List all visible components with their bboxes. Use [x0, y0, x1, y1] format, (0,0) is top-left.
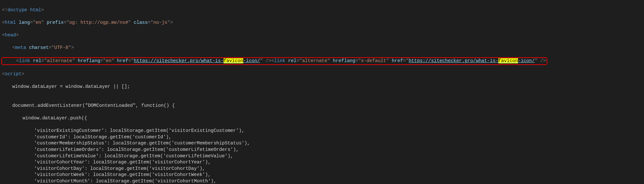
attr-name: prefix	[47, 20, 63, 25]
self-close: />	[538, 58, 546, 63]
tag: link	[19, 58, 30, 63]
attr-value: og: http://ogp.me/ns#	[69, 20, 128, 25]
code-line: 'visitorCohortMonth': localStorage.getIt…	[2, 178, 644, 184]
punct: <	[16, 58, 19, 63]
tag: html	[5, 20, 16, 25]
url-link[interactable]: https://sitechecker.pro/what-is-favicon-…	[409, 58, 535, 63]
code-line: 'customerMembershipStatus': localStorage…	[2, 140, 644, 147]
highlighted-line: <link rel="alternate" hreflang="en" href…	[2, 57, 644, 65]
code-line: window.dataLayer.push({	[2, 115, 644, 122]
code-line: <!doctype html>	[2, 7, 644, 14]
code-line: 'customerId': localStorage.getItem('cust…	[2, 134, 644, 141]
punct: >	[22, 71, 24, 77]
search-highlight: favicon	[498, 58, 518, 63]
code-line: 'visitorCohortDay': localStorage.getItem…	[2, 166, 644, 172]
code-line: window.dataLayer = window.dataLayer || […	[2, 84, 644, 90]
code-line: <meta charset="UTF-8">	[2, 45, 644, 51]
punct: >	[170, 20, 173, 25]
attr-value: UTF-8	[54, 45, 69, 50]
attr-value: alternate	[47, 58, 72, 63]
push-items-block: 'visitorExistingCustomer': localStorage.…	[2, 128, 644, 184]
punct: <	[271, 58, 274, 63]
punct: >	[41, 7, 44, 13]
punct: <	[12, 45, 15, 50]
attr-name: hreflang	[333, 58, 355, 63]
punct: <	[2, 32, 5, 38]
self-close: />	[263, 58, 271, 63]
code-viewer[interactable]: <!doctype html> <html lang="en" prefix="…	[0, 0, 644, 184]
attr-name: lang	[19, 20, 30, 25]
attr-name: href	[392, 58, 403, 63]
url-link[interactable]: https://sitechecker.pro/what-is-favicon-…	[134, 58, 260, 63]
punct: >	[16, 32, 19, 38]
attr-name: rel	[288, 58, 296, 63]
attr-value: no-js	[153, 20, 168, 25]
code-line: 'customerLifetimeValue': localStorage.ge…	[2, 153, 644, 160]
punct: <	[2, 7, 5, 13]
code-line: 'visitorExistingCustomer': localStorage.…	[2, 128, 644, 134]
punct: <	[2, 71, 5, 77]
tag: meta	[15, 45, 26, 50]
code-line: document.addEventListener("DOMContentLoa…	[2, 103, 644, 109]
search-highlight: favicon	[224, 58, 243, 63]
attr-value: x-default	[361, 58, 386, 63]
tag: link	[274, 58, 285, 63]
attr-value: alternate	[302, 58, 327, 63]
punct: <	[2, 20, 5, 25]
attr-name: rel	[33, 58, 41, 63]
attr-value: en	[106, 58, 111, 63]
attr-name: href	[117, 58, 128, 63]
punct: >	[71, 45, 74, 50]
tag: script	[5, 71, 22, 77]
attr-name: charset	[29, 45, 49, 50]
code-line: <script>	[2, 71, 644, 78]
code-line: <head>	[2, 32, 644, 39]
tag: head	[5, 32, 16, 38]
code-line: 'customerLifetimeOrders': localStorage.g…	[2, 147, 644, 153]
attr-value: en	[35, 20, 41, 25]
code-line: 'visitorCohortWeek': localStorage.getIte…	[2, 172, 644, 178]
highlight-box: <link rel="alternate" hreflang="en" href…	[1, 57, 547, 65]
attr-name: hreflang	[78, 58, 100, 63]
code-line: 'visitorCohortYear': localStorage.getIte…	[2, 159, 644, 166]
code-line: <html lang="en" prefix="og: http://ogp.m…	[2, 20, 644, 26]
tag: doctype html	[7, 7, 41, 13]
attr-name: class	[134, 20, 148, 25]
